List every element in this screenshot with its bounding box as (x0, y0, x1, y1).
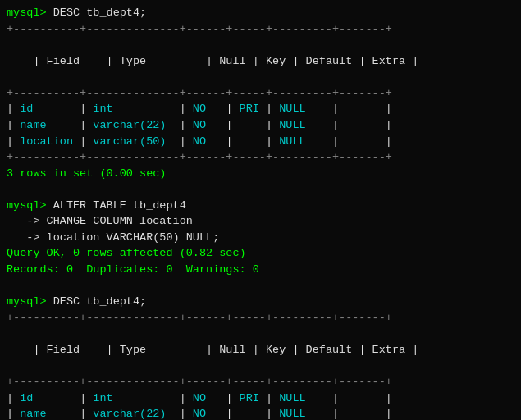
alter-line-2: -> CHANGE COLUMN location (7, 213, 514, 230)
alter-line-1: mysql> ALTER TABLE tb_dept4 (7, 198, 514, 214)
alter-result-1: Query OK, 0 rows affected (0.82 sec) (7, 245, 514, 262)
prompt-2: mysql> (7, 295, 53, 308)
sep-bot-1: +----------+--------------+------+-----+… (7, 149, 514, 166)
table2-row-1: | id | int | NO | PRI | NULL | | (7, 390, 514, 407)
prompt-1: mysql> (7, 7, 53, 19)
sep-top-2: +----------+--------------+------+-----+… (7, 310, 514, 326)
alter-result-2: Records: 0 Duplicates: 0 Warnings: 0 (7, 262, 514, 278)
blank-1 (7, 181, 514, 198)
sep-mid-1: +----------+--------------+------+-----+… (7, 85, 514, 102)
cmd-2: DESC tb_dept4; (53, 295, 146, 308)
table2-row-2: | name | varchar(22) | NO | | NULL | | (7, 406, 514, 420)
table1-row-2: | name | varchar(22) | NO | | NULL | | (7, 117, 514, 134)
sep-mid-2: +----------+--------------+------+-----+… (7, 374, 514, 390)
blank-2 (7, 278, 514, 294)
header-row-1: | Field | Type | Null | Key | Default | … (7, 37, 514, 85)
cmd-1: DESC tb_dept4; (53, 7, 146, 19)
rowcount-1: 3 rows in set (0.00 sec) (7, 166, 514, 182)
table1-row-1: | id | int | NO | PRI | NULL | | (7, 101, 514, 117)
prompt-line-1: mysql> DESC tb_dept4; (7, 5, 514, 21)
table1-row-3: | location | varchar(50) | NO | | NULL |… (7, 134, 514, 150)
alter-line-3: -> location VARCHAR(50) NULL; (7, 230, 514, 246)
header-row-2: | Field | Type | Null | Key | Default | … (7, 326, 514, 374)
terminal: mysql> DESC tb_dept4; +----------+------… (7, 5, 514, 420)
sep-top-1: +----------+--------------+------+-----+… (7, 21, 514, 38)
prompt-line-2: mysql> DESC tb_dept4; (7, 294, 514, 310)
